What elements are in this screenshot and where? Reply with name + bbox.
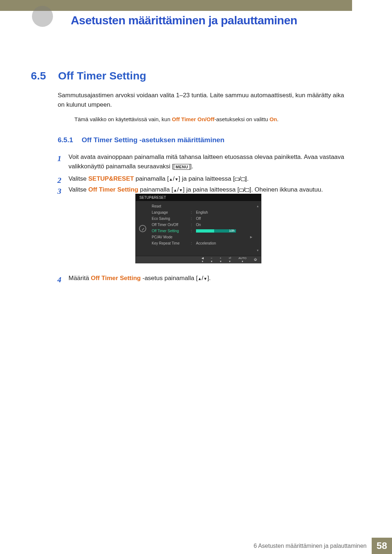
section-title: Off Timer Setting [58, 70, 146, 82]
step-2-number: 2 [57, 174, 67, 186]
note-bold-1: Off Timer On/Off [172, 116, 214, 122]
step-3-bold: Off Timer Setting [88, 186, 138, 193]
menu-button-label: MENU [174, 164, 190, 170]
osd-slider-fill [196, 229, 214, 233]
submenu-arrow-icon: ▶ [250, 235, 252, 239]
step-3-mid3: ]. Oheinen ikkuna avautuu. [249, 186, 323, 193]
chapter-number-badge [32, 6, 53, 27]
intro-paragraph: Sammutusajastimen arvoksi voidaan valita… [58, 91, 352, 110]
osd-label: PC/AV Mode [152, 235, 188, 239]
osd-value: Off [196, 217, 201, 221]
osd-label-selected: Off Timer Setting [152, 229, 188, 233]
step-2-mid2: ] ja paina laitteessa [ [179, 175, 235, 182]
enter-icon [241, 177, 245, 181]
osd-row-language: Language : English [152, 209, 252, 216]
osd-colon: : [191, 210, 193, 214]
osd-label: Off Timer On/Off [152, 223, 188, 227]
source-icon [239, 189, 244, 192]
up-arrow-icon [169, 175, 173, 182]
step-1-number: 1 [57, 152, 67, 165]
step-1-text-end: ]. [190, 163, 193, 170]
step-3-number: 3 [57, 185, 67, 197]
down-arrow-icon [175, 175, 179, 182]
step-2-pre: Valitse [69, 175, 89, 182]
step-1: 1 Voit avata avainoppaan painamalla mitä… [57, 152, 355, 172]
subsection-title: Off Timer Setting -asetuksen määrittämin… [82, 136, 224, 144]
up-arrow-icon [198, 275, 202, 282]
step-4-bold: Off Timer Setting [91, 275, 141, 282]
enter-icon [245, 188, 249, 192]
chapter-title: Asetusten määrittäminen ja palauttaminen [71, 14, 297, 27]
osd-colon: : [191, 229, 193, 233]
down-arrow-icon [179, 186, 183, 193]
footer-chapter-label: 6 Asetusten määrittäminen ja palauttamin… [254, 538, 372, 554]
osd-screenshot: SETUP&RESET Reset Language : English Eco… [135, 194, 261, 263]
osd-label: Language [152, 210, 188, 214]
step-3-pre: Valitse [69, 186, 89, 193]
section-number: 6.5 [31, 70, 46, 82]
scroll-down-icon: ▼ [256, 249, 259, 252]
subsection-number: 6.5.1 [58, 136, 73, 144]
footer-btn-minus: −▾ [211, 257, 213, 263]
availability-note: Tämä valikko on käytettävissä vain, kun … [74, 116, 350, 122]
footer-page-number: 58 [372, 538, 392, 554]
step-4-number: 4 [57, 274, 67, 286]
osd-slider: 10h [196, 229, 236, 233]
osd-colon: : [191, 223, 193, 227]
footer-btn-back: ◀▾ [201, 257, 204, 263]
osd-label: Eco Saving [152, 217, 188, 221]
osd-tab-icon-column [136, 201, 150, 256]
osd-body: Reset Language : English Eco Saving : Of… [136, 201, 261, 256]
osd-row-reset: Reset [152, 203, 252, 209]
step-1-text: Voit avata avainoppaan painamalla mitä t… [69, 153, 344, 170]
osd-colon: : [191, 217, 193, 221]
osd-colon: : [191, 241, 193, 245]
osd-row-ecosaving: Eco Saving : Off [152, 216, 252, 222]
osd-header: SETUP&RESET [136, 194, 261, 201]
osd-footer-buttons: ◀▾ −▾ +▾ ⏎▾ AUTO▾ ⏻ [136, 256, 261, 263]
osd-row-offtimer-onoff: Off Timer On/Off : On [152, 222, 252, 228]
step-4-mid: -asetus painamalla [ [141, 275, 198, 282]
down-arrow-icon [203, 275, 207, 282]
source-icon [235, 178, 239, 181]
page-footer: 6 Asetusten määrittäminen ja palauttamin… [0, 538, 392, 554]
step-2-mid: painamalla [ [134, 175, 169, 182]
top-olive-bar [0, 0, 352, 11]
step-2-end: ]. [245, 175, 249, 182]
up-arrow-icon [173, 186, 177, 193]
step-4-pre: Määritä [69, 275, 91, 282]
osd-value: Acceleration [196, 241, 216, 245]
note-mid: -asetukseksi on valittu [215, 116, 270, 122]
osd-label: Reset [152, 204, 188, 208]
step-4: 4 Määritä Off Timer Setting -asetus pain… [57, 274, 355, 286]
osd-value: English [196, 210, 208, 214]
setup-reset-tab-icon [139, 225, 146, 232]
scroll-up-icon: ▲ [256, 205, 259, 208]
step-3-mid: painamalla [ [138, 186, 173, 193]
osd-scroll-arrows: ▲ ▼ [254, 201, 261, 256]
note-pre: Tämä valikko on käytettävissä vain, kun [74, 116, 172, 122]
note-bold-2: On [269, 116, 277, 122]
osd-row-pcav: PC/AV Mode ▶ [152, 234, 252, 240]
footer-btn-power: ⏻ [254, 258, 257, 261]
osd-label: Key Repeat Time [152, 241, 188, 245]
footer-btn-auto: AUTO▾ [238, 257, 246, 263]
osd-value: On [196, 223, 201, 227]
note-post: . [277, 116, 278, 122]
step-3-mid2: ] ja paina laitteessa [ [183, 186, 239, 193]
step-2: 2 Valitse SETUP&RESET painamalla [/] ja … [57, 174, 355, 186]
osd-slider-value: 10h [229, 229, 234, 233]
footer-btn-enter: ⏎▾ [229, 257, 231, 263]
osd-row-keyrepeat: Key Repeat Time : Acceleration [152, 240, 252, 246]
footer-btn-plus: +▾ [220, 257, 221, 263]
osd-menu-list: Reset Language : English Eco Saving : Of… [150, 201, 254, 256]
osd-row-offtimer-setting: Off Timer Setting : 10h [152, 228, 252, 234]
step-2-bold: SETUP&RESET [88, 175, 134, 182]
step-4-end: ]. [207, 275, 211, 282]
